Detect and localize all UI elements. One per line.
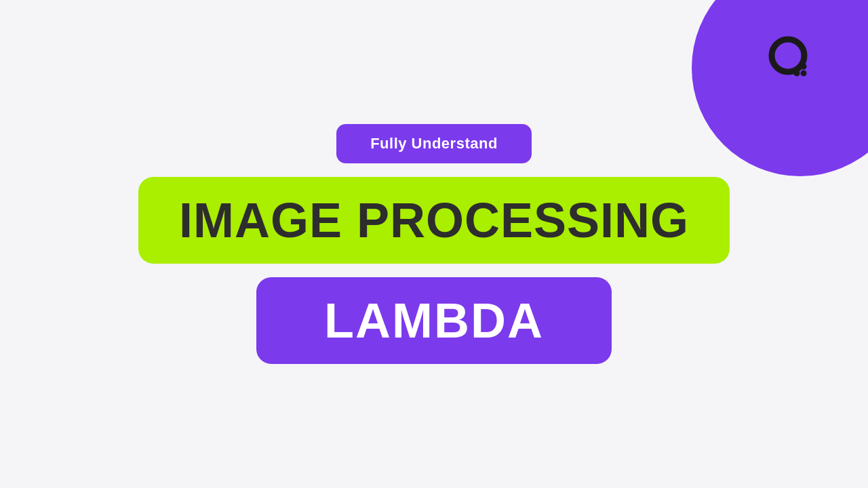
svg-point-0 xyxy=(772,39,804,72)
svg-point-1 xyxy=(801,64,807,70)
lambda-box: LAMBDA xyxy=(256,277,612,364)
svg-point-2 xyxy=(801,70,807,77)
image-processing-box: IMAGE PROCESSING xyxy=(138,177,730,264)
fully-understand-badge: Fully Understand xyxy=(336,124,532,163)
main-content: Fully Understand IMAGE PROCESSING LAMBDA xyxy=(138,124,730,364)
svg-point-3 xyxy=(794,70,800,77)
logo xyxy=(766,34,814,81)
